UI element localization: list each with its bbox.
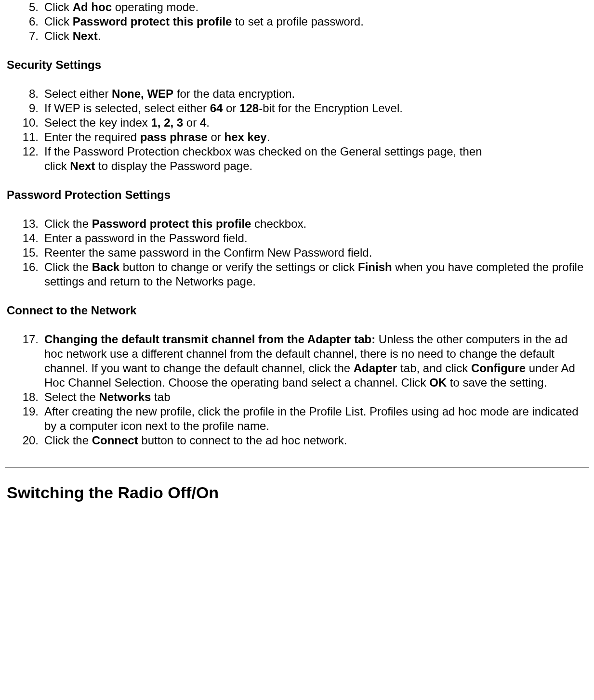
horizontal-rule: [5, 467, 589, 468]
item-text: Click the Password protect this profile …: [44, 217, 306, 230]
item-number: 19.: [14, 404, 39, 419]
item-number: 7.: [14, 29, 39, 43]
item-text: Enter the required pass phrase or hex ke…: [44, 130, 270, 143]
item-text: Changing the default transmit channel fr…: [44, 333, 575, 389]
item-text: If the Password Protection checkbox was …: [44, 145, 482, 172]
item-number: 16.: [14, 260, 39, 274]
list-item: 16. Click the Back button to change or v…: [40, 260, 589, 289]
item-text: Enter a password in the Password field.: [44, 232, 248, 245]
item-text: Click the Back button to change or verif…: [44, 260, 583, 288]
list-item: 15. Reenter the same password in the Con…: [40, 246, 589, 260]
list-item: 13. Click the Password protect this prof…: [40, 217, 589, 231]
list-item: 17. Changing the default transmit channe…: [40, 332, 589, 390]
item-number: 10.: [14, 116, 39, 130]
item-text: Click Ad hoc operating mode.: [44, 0, 198, 13]
list-item: 6. Click Password protect this profile t…: [40, 14, 589, 29]
item-text: Reenter the same password in the Confirm…: [44, 246, 372, 259]
item-text: Click Password protect this profile to s…: [44, 15, 364, 28]
section-heading-password: Password Protection Settings: [5, 188, 589, 202]
item-text: Click Next.: [44, 29, 101, 42]
list-item: 18. Select the Networks tab: [40, 390, 589, 404]
item-number: 9.: [14, 101, 39, 116]
list-item: 11. Enter the required pass phrase or he…: [40, 130, 589, 144]
item-text: Select either None, WEP for the data enc…: [44, 87, 295, 100]
list-item: 19. After creating the new profile, clic…: [40, 404, 589, 433]
item-number: 18.: [14, 390, 39, 404]
item-number: 20.: [14, 433, 39, 448]
document-page: 5. Click Ad hoc operating mode. 6. Click…: [0, 0, 594, 522]
steps-list-3: 13. Click the Password protect this prof…: [5, 217, 589, 289]
item-text: Select the Networks tab: [44, 390, 170, 403]
list-item: 12. If the Password Protection checkbox …: [40, 144, 589, 173]
section-heading-connect: Connect to the Network: [5, 303, 589, 318]
item-number: 17.: [14, 332, 39, 347]
item-number: 6.: [14, 14, 39, 29]
steps-list-2: 8. Select either None, WEP for the data …: [5, 87, 589, 173]
item-number: 13.: [14, 217, 39, 231]
steps-list-1: 5. Click Ad hoc operating mode. 6. Click…: [5, 0, 589, 43]
heading-radio: Switching the Radio Off/On: [5, 482, 589, 503]
item-text: If WEP is selected, select either 64 or …: [44, 102, 403, 115]
item-text: Select the key index 1, 2, 3 or 4.: [44, 116, 210, 129]
list-item: 10. Select the key index 1, 2, 3 or 4.: [40, 116, 589, 130]
steps-list-4: 17. Changing the default transmit channe…: [5, 332, 589, 448]
item-number: 14.: [14, 231, 39, 246]
list-item: 7. Click Next.: [40, 29, 589, 43]
item-number: 12.: [14, 144, 39, 159]
item-text: After creating the new profile, click th…: [44, 405, 579, 432]
list-item: 14. Enter a password in the Password fie…: [40, 231, 589, 246]
item-text: Click the Connect button to connect to t…: [44, 434, 347, 447]
item-number: 5.: [14, 0, 39, 14]
item-number: 11.: [14, 130, 39, 144]
section-heading-security: Security Settings: [5, 58, 589, 72]
item-number: 8.: [14, 87, 39, 101]
list-item: 20. Click the Connect button to connect …: [40, 433, 589, 448]
list-item: 9. If WEP is selected, select either 64 …: [40, 101, 589, 116]
item-number: 15.: [14, 246, 39, 260]
list-item: 5. Click Ad hoc operating mode.: [40, 0, 589, 14]
list-item: 8. Select either None, WEP for the data …: [40, 87, 589, 101]
